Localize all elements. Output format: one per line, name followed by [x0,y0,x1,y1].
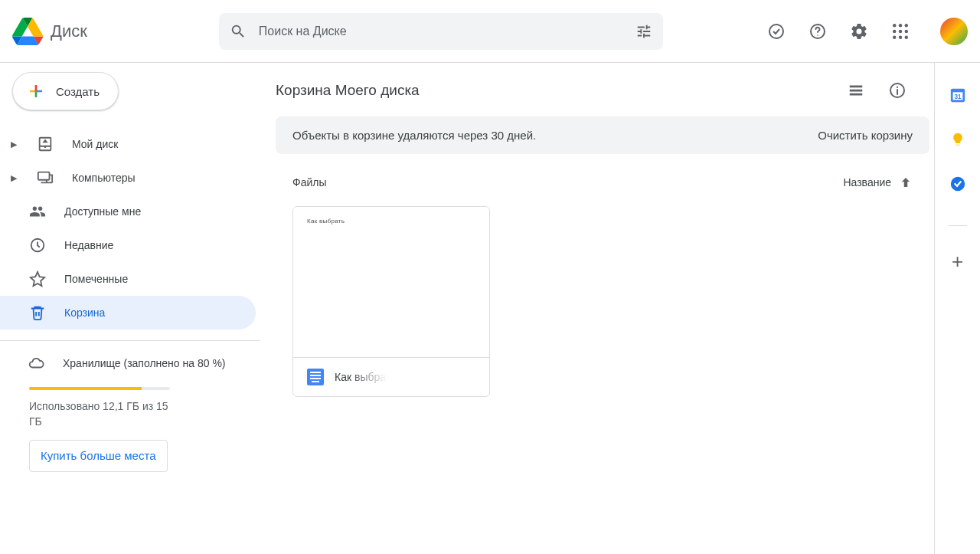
svg-rect-12 [38,172,50,180]
file-grid: Как выбрать Как выбрать [292,206,913,397]
star-icon [29,270,46,287]
main-area: Корзина Моего диска Объекты в корзине уд… [260,63,934,554]
file-thumbnail: Как выбрать [293,207,489,357]
buy-more-storage-button[interactable]: Купить больше места [29,440,168,472]
list-view-icon[interactable] [847,81,865,100]
rail-divider [949,225,967,226]
cloud-icon [28,355,44,372]
trash-banner: Объекты в корзине удаляются через 30 дне… [276,116,929,154]
shared-icon [29,203,46,220]
svg-point-10 [899,35,902,38]
caret-icon: ▶ [11,139,18,149]
svg-point-4 [899,24,902,27]
content: Создать ▶ Мой диск ▶ Компьютеры Доступны… [0,63,980,554]
right-rail: 31 + [934,63,980,554]
help-icon[interactable] [808,22,827,41]
create-label: Создать [56,85,100,98]
nav-label: Корзина [64,307,105,319]
app-title: Диск [51,21,87,41]
header: Диск [0,0,980,63]
file-card[interactable]: Как выбрать Как выбрать [292,206,490,397]
search-icon [230,23,247,40]
recent-icon [29,237,46,254]
tasks-addon-icon[interactable] [949,175,967,193]
storage-bar [29,387,170,390]
page-title: Корзина Моего диска [276,82,420,99]
svg-point-9 [893,35,896,38]
file-name: Как выбрать [335,371,396,383]
nav-my-drive[interactable]: ▶ Мой диск [0,127,256,161]
section-label: Файлы [292,176,326,188]
svg-point-5 [905,24,908,27]
svg-point-2 [817,34,818,36]
svg-point-0 [769,25,783,38]
get-addons-icon[interactable]: + [949,252,967,270]
nav-starred[interactable]: Помеченные [0,262,256,296]
calendar-addon-icon[interactable]: 31 [949,86,967,104]
nav-computers[interactable]: ▶ Компьютеры [0,161,256,195]
banner-text: Объекты в корзине удаляются через 30 дне… [292,129,536,142]
my-drive-icon [37,136,54,152]
search-options-icon[interactable] [635,23,652,40]
svg-point-6 [893,29,896,32]
nav-label: Компьютеры [72,172,136,184]
nav-label: Доступные мне [64,205,141,218]
nav-label: Недавние [64,239,113,251]
nav-recent[interactable]: Недавние [0,228,256,262]
svg-point-3 [893,24,896,27]
create-button[interactable]: Создать [12,72,119,110]
svg-point-7 [899,29,902,32]
storage-bar-fill [29,387,142,390]
svg-point-8 [905,29,908,32]
nav-label: Помеченные [64,273,128,285]
storage-label: Хранилище (заполнено на 80 %) [63,357,226,369]
nav-label: Мой диск [72,138,118,150]
offline-status-icon[interactable] [767,22,786,41]
keep-addon-icon[interactable] [949,130,967,149]
logo-group[interactable]: Диск [12,16,87,47]
nav-shared[interactable]: Доступные мне [0,195,256,228]
file-card-footer: Как выбрать [293,357,489,396]
plus-icon [27,82,45,100]
sort-label: Название [843,176,891,188]
sort-control[interactable]: Название [843,175,913,189]
nav: ▶ Мой диск ▶ Компьютеры Доступные мне Не… [0,127,260,329]
storage-usage-text: Использовано 12,1 ГБ из 15 ГБ [29,399,182,429]
drive-logo-icon [12,16,43,47]
arrow-up-icon [899,175,913,189]
search-box[interactable] [219,13,663,50]
account-avatar[interactable] [940,18,968,45]
header-icons [767,18,968,45]
computers-icon [37,169,54,186]
google-doc-icon [307,369,324,385]
settings-icon[interactable] [850,22,868,41]
apps-grid-icon[interactable] [891,22,910,41]
info-icon[interactable] [888,81,906,100]
empty-trash-button[interactable]: Очистить корзину [818,129,913,142]
storage-title[interactable]: Хранилище (заполнено на 80 %) [28,355,248,372]
caret-icon: ▶ [11,173,18,183]
main-header: Корзина Моего диска [276,81,934,100]
search-input[interactable] [259,25,623,38]
svg-text:31: 31 [954,93,962,100]
svg-point-11 [905,35,908,38]
trash-icon [29,304,46,321]
nav-trash[interactable]: Корзина [0,296,256,329]
files-section: Файлы Название Как выбрать Как выбрать [276,175,934,397]
storage-section: Хранилище (заполнено на 80 %) Использова… [0,340,260,472]
sidebar: Создать ▶ Мой диск ▶ Компьютеры Доступны… [0,63,260,554]
